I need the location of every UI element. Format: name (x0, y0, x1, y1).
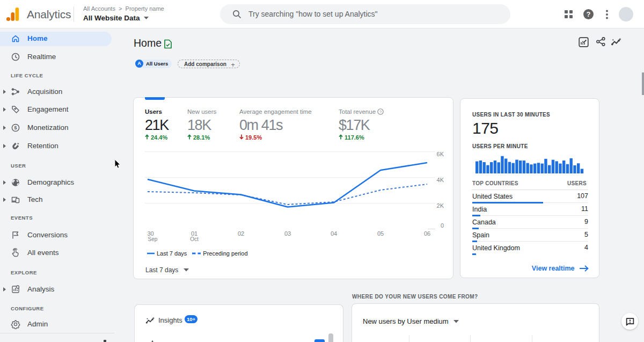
svg-text:2K: 2K (437, 202, 444, 209)
svg-text:4K: 4K (437, 177, 444, 183)
svg-text:6K: 6K (437, 151, 444, 157)
svg-text:Oct: Oct (190, 236, 199, 242)
svg-text:Sep: Sep (148, 236, 158, 242)
svg-text:$: $ (14, 125, 17, 130)
svg-text:?: ? (379, 110, 382, 114)
svg-text:0: 0 (441, 222, 444, 229)
